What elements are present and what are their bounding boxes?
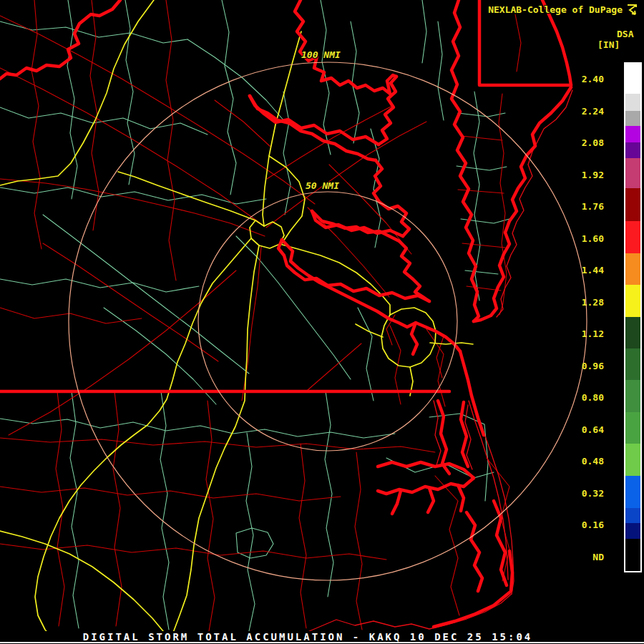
colorbar-band <box>625 539 640 571</box>
colorbar-tick-label: 1.92 <box>582 170 604 180</box>
colorbar-band <box>625 476 640 508</box>
colorbar-band <box>625 348 640 380</box>
map-layer-borders-coastlines <box>0 0 571 627</box>
range-ring-50-nmi <box>198 192 457 451</box>
colorbar-band <box>625 64 640 94</box>
colorbar-band <box>625 523 640 539</box>
cod-logo-icon <box>625 3 640 16</box>
range-ring-100-nmi <box>69 62 587 580</box>
colorbar-tick-label: 2.40 <box>582 74 604 84</box>
colorbar-tick-label: 0.64 <box>582 424 604 435</box>
colorbar-band <box>625 317 640 348</box>
colorbar-units: [IN] <box>597 39 620 50</box>
colorbar-band <box>625 126 640 142</box>
range-ring-label-100nmi: 100 NMI <box>301 49 341 60</box>
colorbar-tick-label: 0.16 <box>582 519 604 530</box>
colorbar-band <box>625 158 640 188</box>
colorbar-tick-label: ND <box>592 552 604 562</box>
colorbar-band <box>625 221 640 253</box>
bottom-border-line <box>0 642 644 643</box>
colorbar-band <box>625 380 640 412</box>
radar-display: NEXLAB-College of DuPage DSA [IN] 2.402.… <box>0 0 644 644</box>
range-ring-label-50nmi: 50 NMI <box>306 180 339 191</box>
colorbar-band <box>625 142 640 158</box>
nexlab-watermark: NEXLAB-College of DuPage <box>488 4 623 15</box>
colorbar-tick-label: 0.32 <box>582 488 604 499</box>
colorbar-band <box>625 111 640 126</box>
colorbar-title: DSA <box>617 29 633 39</box>
colorbar-band <box>625 253 640 285</box>
colorbar-band <box>625 188 640 221</box>
colorbar-tick-label: 2.24 <box>582 106 604 117</box>
colorbar-tick-label: 0.48 <box>582 456 604 467</box>
colorbar-band <box>625 94 640 111</box>
colorbar-tick-label: 1.76 <box>582 201 604 212</box>
colorbar <box>624 62 642 572</box>
colorbar-tick-label: 2.08 <box>582 137 604 148</box>
colorbar-tick-label: 1.12 <box>582 328 604 339</box>
product-title: DIGITAL STORM TOTAL ACCUMULATION - KAKQ … <box>83 631 533 643</box>
map-layer-coastline-thin <box>308 90 572 632</box>
colorbar-band <box>625 285 640 317</box>
colorbar-tick-label: 1.44 <box>582 265 604 275</box>
colorbar-band <box>625 412 640 444</box>
colorbar-tick-label: 1.60 <box>582 233 604 244</box>
colorbar-band <box>625 444 640 476</box>
colorbar-tick-label: 1.28 <box>582 297 604 308</box>
radar-map <box>0 0 644 644</box>
colorbar-band <box>625 508 640 523</box>
colorbar-tick-label: 0.80 <box>582 392 604 403</box>
map-layer-interstates <box>0 0 473 644</box>
colorbar-tick-label: 0.96 <box>582 361 604 371</box>
